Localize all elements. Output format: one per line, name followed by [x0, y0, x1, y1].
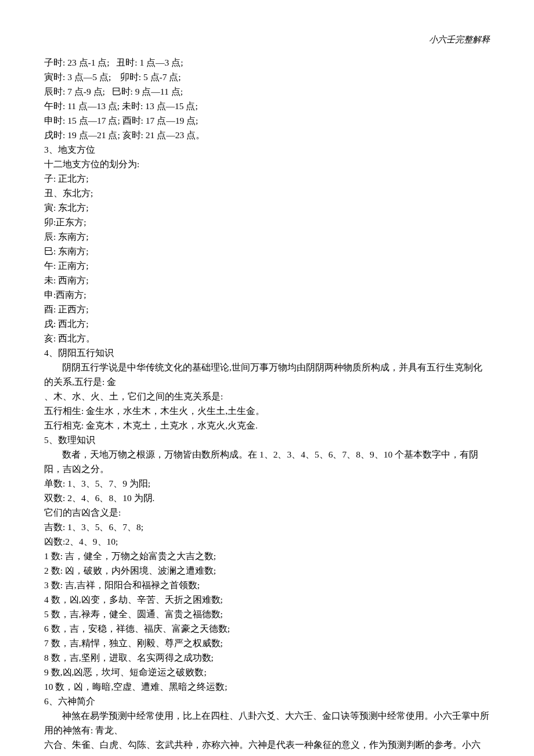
text-line-b-0: 、木、水、火、土，它们之间的生克关系是: [44, 389, 490, 404]
text-line-0: 子时: 23 点-1 点; 丑时: 1 点—3 点; [44, 55, 490, 70]
text-line-c-6: 2 数: 凶，破败，内外困境、波澜之遭难数; [44, 563, 490, 578]
text-line-c-5: 1 数: 吉，健全，万物之始富贵之大吉之数; [44, 549, 490, 563]
text-line-9: 丑、东北方; [44, 186, 490, 200]
page-header: 小六壬完整解释 [44, 33, 490, 47]
text-line-19: 亥: 西北方。 [44, 331, 490, 345]
text-line-c-13: 9 数,凶,凶恶，坎坷、短命逆运之破败数; [44, 665, 490, 679]
text-line-c-8: 4 数，凶,凶变，多劫、辛苦、夭折之困难数; [44, 592, 490, 607]
text-line-b-2: 五行相克: 金克木，木克土，土克水，水克火,火克金. [44, 418, 490, 433]
text-line-8: 子: 正北方; [44, 171, 490, 186]
text-line-18: 戌: 西北方; [44, 316, 490, 331]
text-line-4: 申时: 15 点—17 点; 酉时: 17 点—19 点; [44, 113, 490, 128]
text-line-d-0: 六合、朱雀、白虎、勾陈、玄武共种，亦称六神。六神是代表一种象征的意义，作为预测判… [44, 737, 490, 752]
text-line-16: 申:西南方; [44, 287, 490, 302]
text-line-c-9: 5 数，吉,禄寿，健全、圆通、富贵之福德数; [44, 607, 490, 621]
text-line-c-11: 7 数，吉,精悍，独立、刚毅、尊严之权威数; [44, 636, 490, 650]
text-line-20: 4、阴阳五行知识 [44, 345, 490, 360]
text-line-2: 辰时: 7 点-9 点; 巳时: 9 点—11 点; [44, 84, 490, 99]
para-liushen: 神煞在易学预测中经常使用，比上在四柱、八卦六爻、大六壬、金口诀等预测中经常使用。… [44, 708, 490, 737]
text-line-1: 寅时: 3 点—5 点; 卯时: 5 点-7 点; [44, 70, 490, 84]
text-line-17: 酉: 正西方; [44, 302, 490, 316]
text-line-15: 未: 西南方; [44, 273, 490, 287]
text-line-13: 巳: 东南方; [44, 244, 490, 258]
para-wuxing: 阴阴五行学说是中华传统文化的基础理论,世间万事万物均由阴阴两种物质所构成，并具有… [44, 360, 490, 389]
text-line-11: 卯:正东方; [44, 215, 490, 229]
text-line-5: 戌时: 19 点—21 点; 亥时: 21 点—23 点。 [44, 128, 490, 142]
text-line-c-0: 单数: 1、3、5、7、9 为阳; [44, 476, 490, 491]
text-line-14: 午: 正南方; [44, 258, 490, 273]
text-line-b-3: 5、数理知识 [44, 433, 490, 447]
text-line-3: 午时: 11 点—13 点; 未时: 13 点—15 点; [44, 99, 490, 113]
text-line-c-3: 吉数: 1、3、5、6、7、8; [44, 520, 490, 534]
text-line-c-12: 8 数，吉,坚刚，进取、名实两得之成功数; [44, 650, 490, 665]
text-line-c-7: 3 数: 吉,吉祥，阳阳合和福禄之首领数; [44, 578, 490, 592]
text-line-10: 寅: 东北方; [44, 200, 490, 215]
text-line-c-10: 6 数，吉，安稳，祥德、福庆、富豪之天德数; [44, 621, 490, 636]
text-line-7: 十二地支方位的划分为: [44, 157, 490, 171]
text-line-c-15: 6、六神简介 [44, 694, 490, 708]
text-line-c-2: 它们的吉凶含义是: [44, 505, 490, 520]
text-line-6: 3、地支方位 [44, 142, 490, 157]
text-line-b-1: 五行相生: 金生水，水生木，木生火，火生土,土生金。 [44, 404, 490, 418]
text-line-c-1: 双数: 2、4、6、8、10 为阴. [44, 491, 490, 505]
text-line-c-14: 10 数，凶，晦暗,空虚、遭难、黑暗之终运数; [44, 679, 490, 694]
para-shuli: 数者，天地万物之根源，万物皆由数所构成。在 1、2、3、4、5、6、7、8、9、… [44, 447, 490, 476]
text-line-12: 辰: 东南方; [44, 229, 490, 244]
text-line-c-4: 凶数:2、4、9、10; [44, 534, 490, 549]
